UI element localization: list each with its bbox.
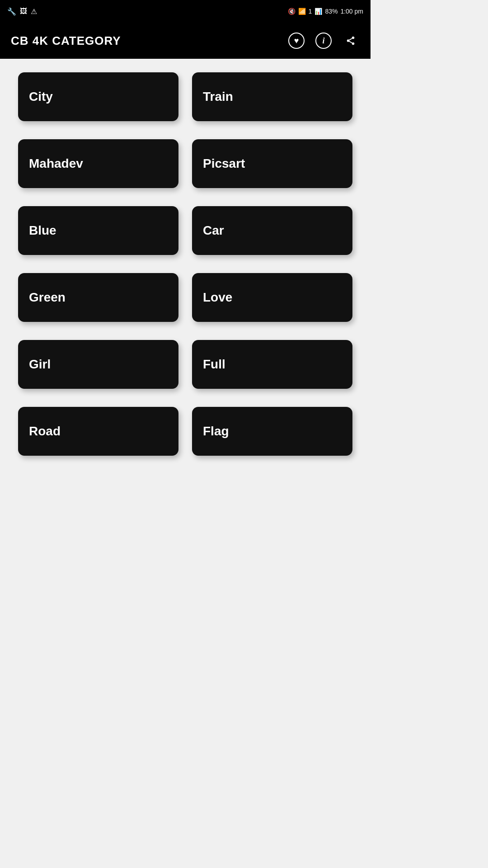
svg-point-2 (352, 42, 355, 45)
app-bar-actions: ♥ i (287, 32, 360, 50)
category-button-full[interactable]: Full (192, 340, 352, 389)
svg-line-4 (349, 38, 352, 40)
wifi-icon: 📶 (298, 8, 306, 15)
category-grid: CityTrainMahadevPicsartBlueCarGreenLoveG… (0, 59, 371, 469)
status-bar: 🔧 🖼 ⚠ 🔇 📶 1 📊 83% 1:00 pm (0, 0, 371, 23)
info-icon: i (315, 33, 332, 49)
time-text: 1:00 pm (340, 8, 363, 15)
svg-point-1 (347, 39, 350, 42)
tool-icon: 🔧 (7, 7, 16, 16)
info-button[interactable]: i (314, 32, 333, 50)
category-button-road[interactable]: Road (18, 407, 178, 456)
category-button-blue[interactable]: Blue (18, 206, 178, 255)
mute-icon: 🔇 (288, 8, 296, 15)
sim-icon: 1 (309, 8, 312, 15)
warning-icon: ⚠ (31, 7, 37, 16)
category-button-girl[interactable]: Girl (18, 340, 178, 389)
svg-point-0 (352, 37, 355, 39)
share-button[interactable] (342, 32, 360, 50)
category-button-mahadev[interactable]: Mahadev (18, 139, 178, 188)
share-icon (343, 33, 359, 49)
category-button-love[interactable]: Love (192, 273, 352, 322)
battery-text: 83% (325, 8, 338, 15)
category-button-car[interactable]: Car (192, 206, 352, 255)
category-button-train[interactable]: Train (192, 72, 352, 121)
status-bar-left: 🔧 🖼 ⚠ (7, 7, 37, 16)
category-button-green[interactable]: Green (18, 273, 178, 322)
category-button-picsart[interactable]: Picsart (192, 139, 352, 188)
heart-icon: ♥ (288, 33, 305, 49)
app-title: CB 4K CATEGORY (11, 34, 121, 48)
category-button-city[interactable]: City (18, 72, 178, 121)
svg-line-3 (349, 41, 352, 43)
app-bar: CB 4K CATEGORY ♥ i (0, 23, 371, 59)
category-button-flag[interactable]: Flag (192, 407, 352, 456)
status-bar-right: 🔇 📶 1 📊 83% 1:00 pm (288, 8, 363, 15)
image-icon: 🖼 (20, 7, 27, 15)
favorite-button[interactable]: ♥ (287, 32, 305, 50)
signal-icon: 📊 (314, 8, 322, 15)
